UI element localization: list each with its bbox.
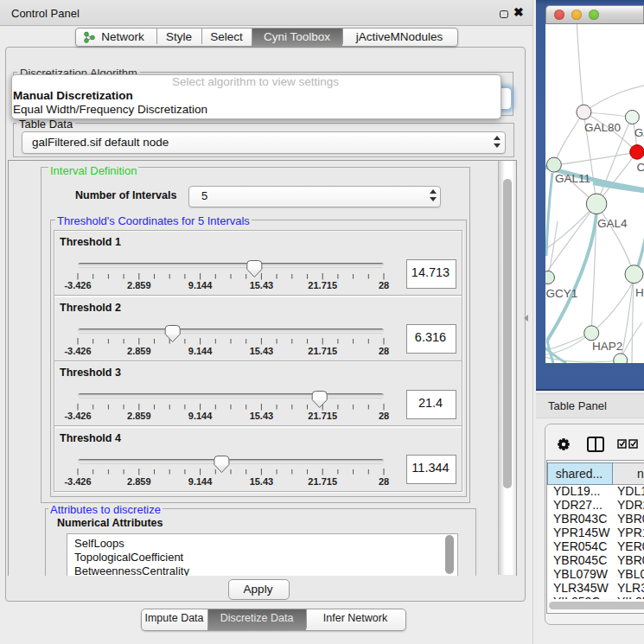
svg-text:H: H bbox=[635, 286, 644, 299]
svg-text:GAL80: GAL80 bbox=[584, 121, 621, 134]
svg-text:HAP2: HAP2 bbox=[592, 340, 622, 353]
svg-text:GAL4: GAL4 bbox=[597, 217, 628, 230]
svg-text:GA: GA bbox=[634, 126, 644, 139]
svg-text:GAL11: GAL11 bbox=[555, 172, 590, 185]
svg-text:GCY1: GCY1 bbox=[546, 287, 578, 300]
svg-text:C: C bbox=[637, 161, 644, 174]
